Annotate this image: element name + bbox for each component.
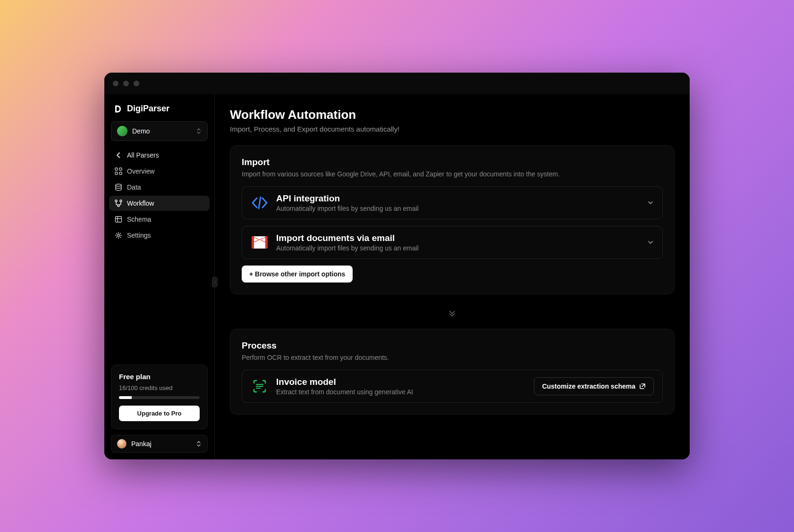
page-subtitle: Import, Process, and Export documents au… bbox=[230, 125, 675, 133]
process-item-title: Invoice model bbox=[276, 377, 526, 387]
table-icon bbox=[115, 216, 122, 223]
sidebar-item-label: Schema bbox=[127, 216, 151, 223]
svg-rect-0 bbox=[115, 168, 118, 170]
import-item-title: API integration bbox=[276, 193, 640, 204]
gmail-icon bbox=[251, 233, 269, 251]
import-section: Import Import from various sources like … bbox=[230, 145, 675, 294]
svg-rect-1 bbox=[119, 168, 122, 170]
chevron-updown-icon bbox=[196, 128, 202, 134]
import-item-desc: Automatically import files by sending us… bbox=[276, 205, 640, 212]
sidebar-item-overview[interactable]: Overview bbox=[109, 164, 210, 179]
titlebar bbox=[104, 73, 690, 94]
chevron-down-icon bbox=[647, 239, 654, 246]
logo-icon bbox=[114, 105, 122, 113]
sidebar-item-label: Workflow bbox=[127, 200, 154, 207]
plan-card: Free plan 16/100 credits used Upgrade to… bbox=[111, 365, 208, 429]
traffic-light-minimize[interactable] bbox=[123, 81, 129, 86]
process-item-invoice-model[interactable]: Invoice model Extract text from document… bbox=[242, 370, 663, 403]
sidebar-item-label: Data bbox=[127, 183, 141, 191]
user-menu[interactable]: Pankaj bbox=[111, 435, 208, 453]
page-title: Workflow Automation bbox=[230, 108, 675, 122]
user-avatar bbox=[117, 439, 127, 449]
import-item-desc: Automatically import files by sending us… bbox=[276, 244, 640, 252]
import-desc: Import from various sources like Google … bbox=[242, 170, 663, 178]
gear-icon bbox=[115, 232, 122, 239]
app-name: DigiParser bbox=[127, 104, 169, 114]
process-title: Process bbox=[242, 341, 663, 351]
upgrade-button[interactable]: Upgrade to Pro bbox=[119, 406, 200, 421]
customize-schema-label: Customize extraction schema bbox=[542, 382, 635, 390]
user-name: Pankaj bbox=[131, 440, 191, 448]
svg-point-6 bbox=[120, 200, 122, 202]
svg-rect-8 bbox=[116, 216, 122, 222]
traffic-light-zoom[interactable] bbox=[134, 81, 139, 86]
app-window: DigiParser Demo All Parsers bbox=[104, 73, 690, 459]
nav-back-all-parsers[interactable]: All Parsers bbox=[109, 148, 210, 163]
nav-back-label: All Parsers bbox=[127, 151, 159, 159]
plan-title: Free plan bbox=[119, 373, 200, 381]
sidebar-item-data[interactable]: Data bbox=[109, 180, 210, 195]
sidebar-item-label: Settings bbox=[127, 232, 151, 239]
chevron-down-icon bbox=[647, 200, 654, 206]
plan-credits: 16/100 credits used bbox=[119, 384, 200, 391]
sidebar-item-workflow[interactable]: Workflow bbox=[109, 196, 210, 211]
code-icon bbox=[251, 194, 269, 212]
import-item-api[interactable]: API integration Automatically import fil… bbox=[242, 186, 663, 219]
chevron-updown-icon bbox=[196, 441, 202, 447]
database-icon bbox=[115, 183, 122, 191]
sidebar-resize-handle[interactable]: ⋮ bbox=[212, 277, 218, 287]
sidebar-item-schema[interactable]: Schema bbox=[109, 212, 210, 227]
sidebar-nav: All Parsers Overview Data bbox=[109, 148, 210, 243]
workflow-icon bbox=[115, 200, 122, 207]
process-item-desc: Extract text from document using generat… bbox=[276, 388, 526, 396]
process-section: Process Perform OCR to extract text from… bbox=[230, 329, 675, 415]
main-content: Workflow Automation Import, Process, and… bbox=[215, 94, 690, 459]
import-title: Import bbox=[242, 157, 663, 167]
svg-rect-3 bbox=[119, 172, 122, 175]
credits-progress bbox=[119, 396, 200, 399]
workspace-selector[interactable]: Demo bbox=[111, 121, 208, 141]
credits-progress-bar bbox=[119, 396, 132, 399]
chevron-left-icon bbox=[115, 151, 122, 159]
sidebar-item-label: Overview bbox=[127, 167, 154, 175]
import-item-title: Import documents via email bbox=[276, 233, 640, 243]
section-divider-arrow bbox=[230, 303, 675, 329]
svg-point-7 bbox=[118, 205, 119, 207]
svg-point-9 bbox=[118, 234, 119, 236]
sidebar: DigiParser Demo All Parsers bbox=[104, 94, 215, 459]
customize-schema-button[interactable]: Customize extraction schema bbox=[534, 377, 654, 395]
traffic-light-close[interactable] bbox=[113, 81, 118, 86]
traffic-lights bbox=[113, 81, 139, 86]
process-desc: Perform OCR to extract text from your do… bbox=[242, 354, 663, 361]
svg-point-5 bbox=[115, 200, 117, 202]
svg-rect-2 bbox=[115, 172, 118, 175]
external-link-icon bbox=[639, 383, 646, 390]
browse-import-options-button[interactable]: + Browse other import options bbox=[242, 266, 353, 283]
grid-icon bbox=[115, 167, 122, 175]
svg-point-4 bbox=[116, 184, 121, 186]
workspace-avatar bbox=[117, 126, 127, 136]
scan-icon bbox=[251, 377, 269, 395]
import-item-email[interactable]: Import documents via email Automatically… bbox=[242, 226, 663, 259]
logo: DigiParser bbox=[109, 101, 210, 121]
workspace-label: Demo bbox=[132, 127, 191, 135]
sidebar-item-settings[interactable]: Settings bbox=[109, 228, 210, 243]
